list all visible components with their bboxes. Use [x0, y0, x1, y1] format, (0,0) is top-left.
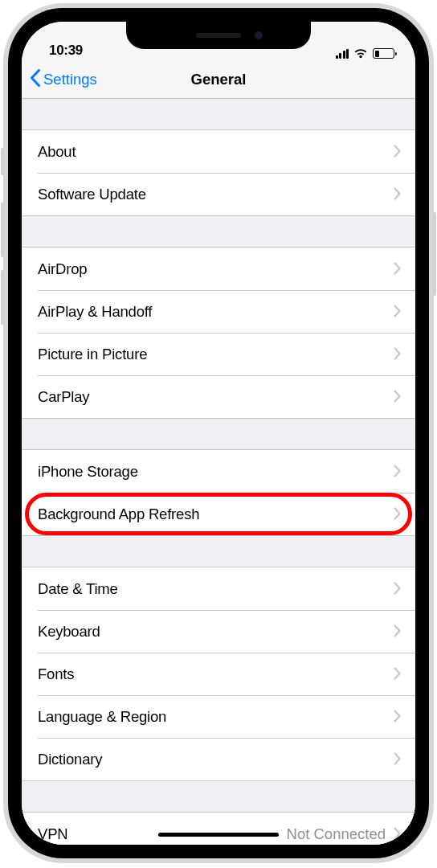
chevron-right-icon	[394, 749, 401, 770]
chevron-right-icon	[394, 184, 401, 205]
row-label: CarPlay	[38, 388, 89, 406]
row-right	[394, 504, 401, 525]
chevron-right-icon	[394, 387, 401, 407]
section-spacer	[22, 781, 415, 812]
row-right	[394, 301, 401, 322]
battery-icon	[373, 48, 394, 59]
row-vpn[interactable]: VPNNot Connected	[22, 813, 415, 845]
chevron-right-icon	[394, 504, 401, 525]
row-about[interactable]: About	[22, 130, 415, 173]
section-spacer	[22, 99, 415, 129]
volume-up-button	[1, 203, 4, 257]
row-airdrop[interactable]: AirDrop	[22, 248, 415, 290]
chevron-right-icon	[394, 344, 401, 365]
settings-group: VPNNot Connected	[22, 812, 415, 845]
section-spacer	[22, 216, 415, 247]
row-label: Fonts	[38, 665, 74, 683]
row-label: Dictionary	[38, 751, 102, 768]
chevron-right-icon	[394, 664, 401, 685]
row-label: VPN	[38, 825, 67, 843]
row-right	[394, 387, 401, 407]
row-label: Software Update	[38, 186, 146, 203]
side-button	[433, 212, 436, 296]
status-time: 10:39	[49, 43, 83, 59]
row-right	[394, 344, 401, 365]
row-label: Date & Time	[38, 580, 118, 598]
row-software-update[interactable]: Software Update	[22, 173, 415, 215]
settings-content: AboutSoftware UpdateAirDropAirPlay & Han…	[22, 99, 415, 845]
row-right	[394, 184, 401, 205]
row-fonts[interactable]: Fonts	[22, 653, 415, 695]
chevron-right-icon	[394, 824, 401, 845]
row-right	[394, 579, 401, 600]
back-button[interactable]: Settings	[30, 68, 97, 91]
row-label: About	[38, 143, 76, 161]
row-label: Picture in Picture	[38, 346, 147, 363]
row-background-app-refresh[interactable]: Background App Refresh	[22, 493, 415, 535]
section-spacer	[22, 419, 415, 449]
chevron-right-icon	[394, 579, 401, 600]
row-keyboard[interactable]: Keyboard	[22, 610, 415, 653]
notch	[126, 22, 311, 49]
row-carplay[interactable]: CarPlay	[22, 375, 415, 418]
row-dictionary[interactable]: Dictionary	[22, 738, 415, 780]
screen: 10:39 Se	[22, 22, 415, 845]
volume-down-button	[1, 270, 4, 325]
home-indicator[interactable]	[158, 833, 279, 837]
row-airplay-handoff[interactable]: AirPlay & Handoff	[22, 290, 415, 333]
chevron-right-icon	[394, 141, 401, 162]
row-right	[394, 141, 401, 162]
settings-group: AirDropAirPlay & HandoffPicture in Pictu…	[22, 247, 415, 419]
row-right	[394, 621, 401, 642]
device-frame: 10:39 Se	[3, 3, 434, 863]
back-label: Settings	[43, 71, 97, 88]
row-label: Background App Refresh	[38, 506, 199, 523]
row-label: iPhone Storage	[38, 463, 138, 481]
cellular-signal-icon	[336, 49, 349, 59]
chevron-right-icon	[394, 301, 401, 322]
chevron-right-icon	[394, 706, 401, 727]
speaker-grille	[196, 33, 241, 38]
row-label: AirDrop	[38, 260, 87, 278]
device-bezel: 10:39 Se	[8, 8, 429, 858]
nav-bar: Settings General	[22, 60, 415, 99]
row-right	[394, 259, 401, 280]
row-right	[394, 664, 401, 685]
chevron-right-icon	[394, 259, 401, 280]
row-label: Keyboard	[38, 623, 100, 641]
row-iphone-storage[interactable]: iPhone Storage	[22, 450, 415, 493]
row-value: Not Connected	[287, 825, 386, 843]
page-title: General	[191, 71, 247, 88]
chevron-right-icon	[394, 461, 401, 482]
settings-group: Date & TimeKeyboardFontsLanguage & Regio…	[22, 567, 415, 781]
row-right	[394, 706, 401, 727]
chevron-left-icon	[30, 68, 40, 91]
settings-group: iPhone StorageBackground App Refresh	[22, 449, 415, 536]
row-date-time[interactable]: Date & Time	[22, 567, 415, 610]
status-icons	[336, 48, 395, 59]
wifi-icon	[353, 48, 368, 59]
row-language-region[interactable]: Language & Region	[22, 695, 415, 738]
front-camera	[255, 31, 263, 39]
row-label: AirPlay & Handoff	[38, 303, 152, 321]
battery-fill	[375, 51, 380, 57]
row-picture-in-picture[interactable]: Picture in Picture	[22, 333, 415, 375]
row-right	[394, 461, 401, 482]
chevron-right-icon	[394, 621, 401, 642]
row-right	[394, 749, 401, 770]
row-right: Not Connected	[287, 824, 401, 845]
section-spacer	[22, 536, 415, 567]
row-label: Language & Region	[38, 708, 166, 726]
settings-group: AboutSoftware Update	[22, 129, 415, 216]
mute-switch	[1, 148, 4, 175]
